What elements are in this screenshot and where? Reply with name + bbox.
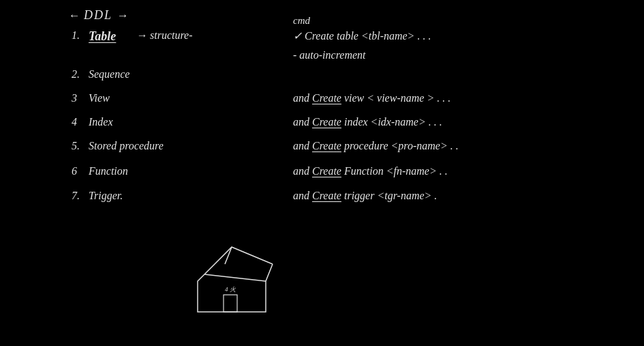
item-6-label: Function bbox=[89, 165, 128, 177]
arrow-right-icon: → bbox=[117, 9, 128, 23]
svg-line-1 bbox=[225, 247, 232, 264]
item-1-label: Table bbox=[89, 29, 116, 44]
svg-text:4 火: 4 火 bbox=[225, 286, 236, 293]
item-2-label: Sequence bbox=[89, 68, 129, 81]
item-1-cmd: ✓ Create table <tbl-name> . . . bbox=[293, 29, 431, 42]
item-1-arrow: → structure- bbox=[136, 29, 193, 42]
auto-increment: - auto-increment bbox=[293, 49, 365, 61]
item-6-number: 6 bbox=[72, 165, 77, 177]
item-3-label: View bbox=[89, 92, 110, 104]
main-canvas: ← DDL → cmd 1. Table → structure- ✓ Crea… bbox=[0, 0, 644, 346]
item-5-label: Stored procedure bbox=[89, 140, 164, 152]
svg-rect-2 bbox=[224, 295, 237, 312]
item-3-number: 3 bbox=[72, 92, 77, 104]
item-5-cmd: and Create procedure <pro-name> . . bbox=[293, 140, 459, 152]
item-3-cmd: and Create view < view-name > . . . bbox=[293, 92, 450, 104]
house-drawing: 4 火 bbox=[177, 237, 286, 326]
item-7-cmd: and Create trigger <tgr-name> . bbox=[293, 190, 437, 202]
cmd-label: cmd bbox=[293, 15, 310, 27]
item-6-cmd: and Create Function <fn-name> . . bbox=[293, 165, 448, 177]
item-7-label: Trigger. bbox=[89, 190, 123, 202]
arrow-left-icon: ← bbox=[68, 9, 80, 23]
ddl-header: ← DDL → bbox=[68, 8, 128, 23]
item-4-cmd: and Create index <idx-name> . . . bbox=[293, 116, 442, 128]
item-4-number: 4 bbox=[72, 116, 77, 128]
item-7-number: 7. bbox=[72, 190, 80, 202]
item-4-label: Index bbox=[89, 116, 113, 128]
item-1-number: 1. bbox=[72, 29, 80, 42]
item-5-number: 5. bbox=[72, 140, 80, 152]
svg-line-0 bbox=[204, 274, 266, 281]
ddl-label: DDL bbox=[84, 8, 112, 23]
item-2-number: 2. bbox=[72, 68, 80, 81]
